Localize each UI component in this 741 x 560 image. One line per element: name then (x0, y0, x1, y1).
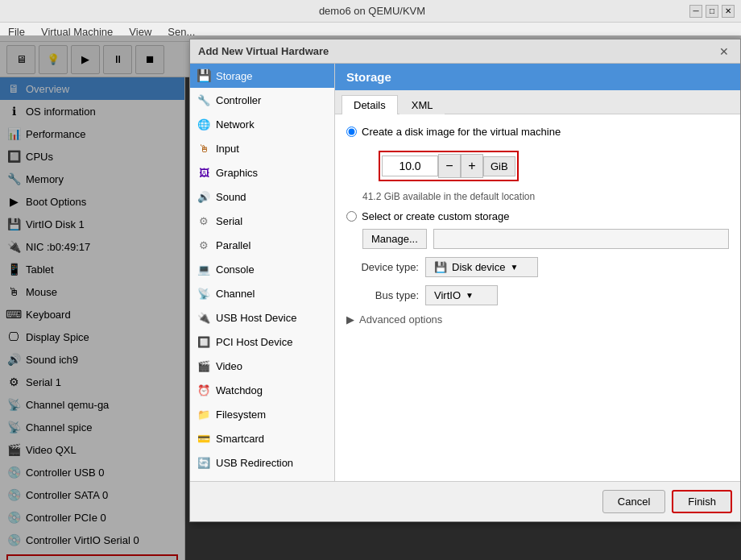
bus-type-label: Bus type: (346, 289, 419, 301)
sound-hw-icon: 🔊 (197, 189, 211, 204)
disk-decrease-btn[interactable]: − (438, 154, 461, 178)
dialog-footer: Cancel Finish (190, 481, 740, 521)
hw-label-filesystem: Filesystem (216, 409, 266, 421)
hw-label-pci-host: PCI Host Device (216, 336, 292, 348)
create-disk-radio[interactable] (346, 127, 357, 137)
hw-item-storage[interactable]: 💾 Storage (190, 64, 334, 88)
hw-label-controller: Controller (216, 94, 261, 106)
detail-header: Storage (335, 64, 740, 90)
disk-unit-label: GiB (483, 156, 515, 176)
bus-type-dropdown[interactable]: VirtIO ▼ (425, 285, 498, 305)
disk-size-row: − + GiB (379, 151, 519, 181)
hw-label-graphics: Graphics (216, 167, 258, 179)
hw-label-storage: Storage (216, 70, 253, 82)
console-icon: 💻 (197, 262, 211, 276)
hw-label-smartcard: Smartcard (216, 433, 264, 445)
pci-host-icon: 🔲 (197, 334, 211, 349)
hw-item-controller[interactable]: 🔧 Controller (190, 88, 334, 112)
device-type-row: Device type: 💾 Disk device ▼ (346, 257, 729, 277)
add-hw-dialog: Add New Virtual Hardware ✕ 💾 Storage 🔧 C… (189, 39, 741, 522)
title-bar: demo6 on QEMU/KVM ─ □ ✕ (0, 0, 741, 23)
device-type-dropdown[interactable]: 💾 Disk device ▼ (425, 257, 538, 277)
smartcard-icon: 💳 (197, 431, 211, 446)
hw-label-network: Network (216, 118, 255, 131)
hw-item-usb-host[interactable]: 🔌 USB Host Device (190, 305, 334, 330)
hw-item-input[interactable]: 🖱 Input (190, 136, 334, 160)
device-type-label: Device type: (346, 261, 419, 273)
video-hw-icon: 🎬 (197, 359, 211, 373)
hw-label-console: Console (216, 263, 255, 276)
hw-label-sound: Sound (216, 191, 246, 203)
hw-item-usb-redir[interactable]: 🔄 USB Redirection (190, 450, 334, 475)
hw-label-parallel: Parallel (216, 239, 250, 251)
hw-item-graphics[interactable]: 🖼 Graphics (190, 160, 334, 185)
hw-item-network[interactable]: 🌐 Network (190, 112, 334, 136)
maximize-btn[interactable]: □ (706, 5, 718, 18)
hw-list: 💾 Storage 🔧 Controller 🌐 Network 🖱 Input (190, 64, 335, 481)
manage-row: Manage... (362, 229, 729, 249)
custom-storage-radio[interactable] (346, 211, 357, 222)
hw-item-video[interactable]: 🎬 Video (190, 354, 334, 378)
tab-xml[interactable]: XML (399, 95, 445, 114)
watchdog-icon: ⏰ (197, 383, 211, 397)
finish-button[interactable]: Finish (672, 490, 732, 513)
dialog-title: Add New Virtual Hardware (198, 45, 329, 57)
minimize-btn[interactable]: ─ (689, 5, 702, 18)
detail-content: Create a disk image for the virtual mach… (335, 114, 740, 481)
hw-label-watchdog: Watchdog (216, 384, 263, 396)
hw-label-serial: Serial (216, 215, 242, 227)
detail-tabs: Details XML (335, 90, 740, 114)
manage-button[interactable]: Manage... (362, 229, 427, 249)
hw-label-input: Input (216, 143, 239, 155)
cancel-button[interactable]: Cancel (602, 490, 665, 513)
dialog-close-btn[interactable]: ✕ (716, 44, 732, 60)
parallel-icon: ⚙ (197, 238, 211, 252)
hw-item-parallel[interactable]: ⚙ Parallel (190, 233, 334, 257)
bus-type-arrow: ▼ (466, 291, 474, 300)
storage-icon: 💾 (197, 68, 211, 83)
hw-item-watchdog[interactable]: ⏰ Watchdog (190, 378, 334, 402)
device-type-value: Disk device (452, 261, 505, 273)
advanced-options-row[interactable]: ▶ Advanced options (346, 313, 729, 326)
close-btn[interactable]: ✕ (722, 5, 735, 18)
available-text: 41.2 GiB available in the default locati… (362, 191, 729, 202)
hw-item-console[interactable]: 💻 Console (190, 257, 334, 281)
custom-storage-label: Select or create custom storage (362, 210, 510, 222)
manage-input[interactable] (433, 229, 729, 249)
hw-item-serial[interactable]: ⚙ Serial (190, 209, 334, 233)
hw-label-video: Video (216, 360, 242, 372)
dialog-body: 💾 Storage 🔧 Controller 🌐 Network 🖱 Input (190, 64, 740, 481)
hw-label-usb-redir: USB Redirection (216, 457, 293, 469)
graphics-icon: 🖼 (197, 165, 211, 180)
disk-device-icon: 💾 (434, 261, 447, 273)
hw-item-sound[interactable]: 🔊 Sound (190, 185, 334, 209)
hw-label-usb-host: USB Host Device (216, 312, 296, 324)
hw-item-filesystem[interactable]: 📁 Filesystem (190, 402, 334, 426)
network-icon: 🌐 (197, 117, 211, 131)
expand-icon: ▶ (346, 313, 354, 326)
hw-item-smartcard[interactable]: 💳 Smartcard (190, 426, 334, 450)
hw-item-channel[interactable]: 📡 Channel (190, 281, 334, 305)
detail-panel: Storage Details XML Create a disk image … (335, 64, 740, 481)
create-disk-label: Create a disk image for the virtual mach… (362, 126, 561, 138)
bus-type-row: Bus type: VirtIO ▼ (346, 285, 729, 305)
create-disk-row: Create a disk image for the virtual mach… (346, 126, 729, 138)
tab-details[interactable]: Details (342, 95, 398, 114)
usb-host-icon: 🔌 (197, 310, 211, 325)
window-title: demo6 on QEMU/KVM (55, 5, 689, 17)
custom-storage-row: Select or create custom storage (346, 210, 729, 222)
dialog-title-bar: Add New Virtual Hardware ✕ (190, 39, 740, 64)
disk-size-input[interactable] (382, 156, 438, 176)
hw-item-tpm[interactable]: 🔒 TPM (190, 475, 334, 481)
dialog-overlay: Add New Virtual Hardware ✕ 💾 Storage 🔧 C… (0, 35, 741, 560)
hw-label-channel: Channel (216, 288, 255, 300)
usb-redir-icon: 🔄 (197, 455, 211, 470)
disk-increase-btn[interactable]: + (461, 154, 483, 178)
hw-item-pci-host[interactable]: 🔲 PCI Host Device (190, 330, 334, 354)
device-type-arrow: ▼ (510, 263, 518, 272)
channel-icon: 📡 (197, 286, 211, 301)
serial-hw-icon: ⚙ (197, 214, 211, 228)
input-icon: 🖱 (197, 141, 211, 156)
window-controls: ─ □ ✕ (689, 5, 735, 18)
bus-type-value: VirtIO (434, 289, 461, 301)
